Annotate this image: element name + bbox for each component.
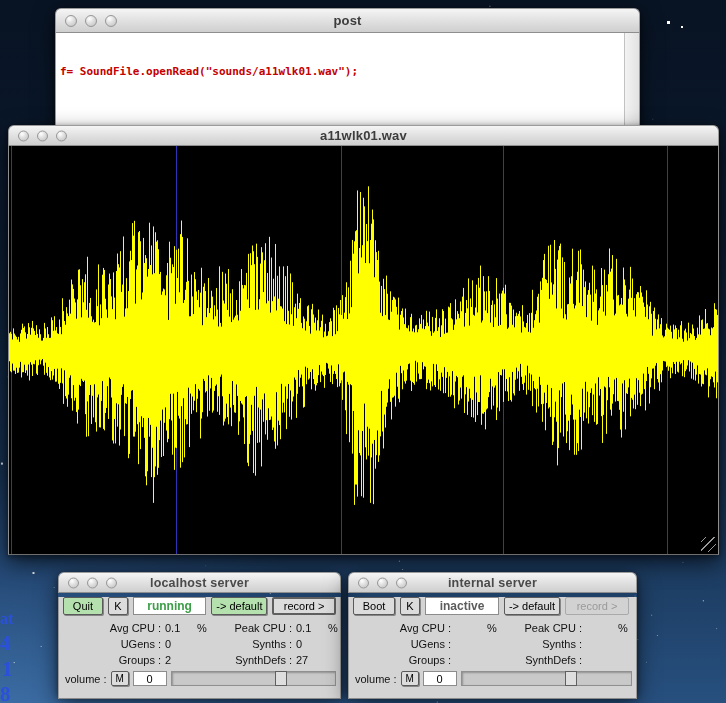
stat-value	[451, 620, 487, 636]
server-stats: Avg CPU : % Peak CPU : % UGens : Synths …	[349, 620, 636, 668]
window-controls	[18, 130, 67, 141]
internal-server-window: internal server Boot K inactive -> defau…	[348, 572, 637, 695]
window-controls	[65, 15, 117, 27]
stats-row: Avg CPU : 0.1 % Peak CPU : 0.1 %	[59, 620, 340, 636]
server-status: running	[133, 597, 207, 615]
minimize-button[interactable]	[37, 130, 48, 141]
stat-value	[451, 636, 487, 652]
zoom-button[interactable]	[396, 577, 407, 588]
stat-label: Peak CPU :	[515, 620, 582, 636]
stat-label: Synths :	[225, 636, 292, 652]
window-title: internal server	[448, 576, 537, 590]
stat-value: 27	[292, 652, 328, 668]
stat-label: UGens :	[59, 636, 161, 652]
stats-row: Avg CPU : % Peak CPU : %	[349, 620, 636, 636]
volume-slider-handle[interactable]	[275, 671, 287, 686]
stat-label: Groups :	[59, 652, 161, 668]
stat-value: 0	[292, 636, 328, 652]
code-line	[60, 107, 620, 121]
minimize-button[interactable]	[377, 577, 388, 588]
stat-value: 0.1	[292, 620, 328, 636]
volume-label: volume :	[63, 673, 107, 685]
desktop-text-fragment: 1	[2, 657, 13, 682]
zoom-button[interactable]	[56, 130, 67, 141]
record-button[interactable]: record >	[272, 597, 336, 615]
stat-label: Avg CPU :	[349, 620, 451, 636]
internal-titlebar[interactable]: internal server	[348, 572, 637, 593]
stat-value	[451, 652, 487, 668]
volume-value-box[interactable]: 0	[423, 671, 457, 686]
stat-label: UGens :	[349, 636, 451, 652]
localhost-titlebar[interactable]: localhost server	[58, 572, 341, 593]
stat-label: SynthDefs :	[515, 652, 582, 668]
stats-row: Groups : 2 SynthDefs : 27	[59, 652, 340, 668]
close-button[interactable]	[358, 577, 369, 588]
stat-unit	[618, 636, 636, 652]
stats-row: Groups : SynthDefs :	[349, 652, 636, 668]
stat-label: Synths :	[515, 636, 582, 652]
localhost-server-window: localhost server Quit K running -> defau…	[58, 572, 341, 695]
volume-slider-handle[interactable]	[565, 671, 577, 686]
stats-row: UGens : Synths :	[349, 636, 636, 652]
desktop: { "desktop": { "star_color": "#ffffff", …	[0, 0, 726, 703]
code-line: f= SoundFile.openRead("sounds/a11wlk01.w…	[60, 65, 620, 79]
stat-value: 0	[161, 636, 197, 652]
window-title: post	[333, 13, 361, 28]
volume-label: volume :	[353, 673, 397, 685]
window-title: a11wlk01.wav	[320, 128, 407, 143]
stat-label: SynthDefs :	[225, 652, 292, 668]
stat-value	[582, 620, 618, 636]
window-title: localhost server	[150, 576, 249, 590]
quit-button[interactable]: Quit	[63, 597, 103, 615]
make-default-button[interactable]: -> default	[504, 597, 560, 615]
desktop-text-fragment: 8	[0, 682, 11, 703]
stat-value	[582, 652, 618, 668]
window-controls	[358, 577, 407, 588]
waveform-canvas[interactable]	[9, 146, 718, 554]
stat-unit	[328, 652, 340, 668]
close-button[interactable]	[18, 130, 29, 141]
waveform-titlebar[interactable]: a11wlk01.wav	[8, 125, 719, 146]
post-titlebar[interactable]: post	[55, 8, 640, 33]
volume-slider[interactable]	[171, 671, 336, 686]
stat-label: Avg CPU :	[59, 620, 161, 636]
desktop-text-fragment: 4	[0, 631, 11, 656]
zoom-button[interactable]	[106, 577, 117, 588]
mute-button[interactable]: M	[401, 671, 419, 686]
minimize-button[interactable]	[87, 577, 98, 588]
stat-unit	[618, 652, 636, 668]
boot-button[interactable]: Boot	[353, 597, 395, 615]
zoom-button[interactable]	[105, 15, 117, 27]
kill-button[interactable]: K	[400, 597, 420, 615]
record-button: record >	[565, 597, 629, 615]
minimize-button[interactable]	[85, 15, 97, 27]
stat-label: Peak CPU :	[225, 620, 292, 636]
stat-value: 0.1	[161, 620, 197, 636]
stat-unit: %	[618, 620, 636, 636]
stat-unit: %	[328, 620, 340, 636]
stat-value	[582, 636, 618, 652]
stat-unit	[197, 652, 225, 668]
window-controls	[68, 577, 117, 588]
soundfile-view-window: a11wlk01.wav	[8, 125, 719, 555]
stat-unit: %	[197, 620, 225, 636]
volume-value-box[interactable]: 0	[133, 671, 167, 686]
desktop-text-fragment: at	[0, 610, 13, 628]
server-status: inactive	[425, 597, 499, 615]
make-default-button[interactable]: -> default	[211, 597, 267, 615]
kill-button[interactable]: K	[108, 597, 128, 615]
resize-grip-icon[interactable]	[701, 537, 716, 552]
stat-unit	[328, 636, 340, 652]
close-button[interactable]	[65, 15, 77, 27]
stat-value: 2	[161, 652, 197, 668]
close-button[interactable]	[68, 577, 79, 588]
stat-unit	[487, 652, 515, 668]
stat-unit: %	[487, 620, 515, 636]
volume-slider[interactable]	[461, 671, 632, 686]
server-stats: Avg CPU : 0.1 % Peak CPU : 0.1 % UGens :…	[59, 620, 340, 668]
stat-unit	[487, 636, 515, 652]
stat-unit	[197, 636, 225, 652]
mute-button[interactable]: M	[111, 671, 129, 686]
stats-row: UGens : 0 Synths : 0	[59, 636, 340, 652]
stat-label: Groups :	[349, 652, 451, 668]
